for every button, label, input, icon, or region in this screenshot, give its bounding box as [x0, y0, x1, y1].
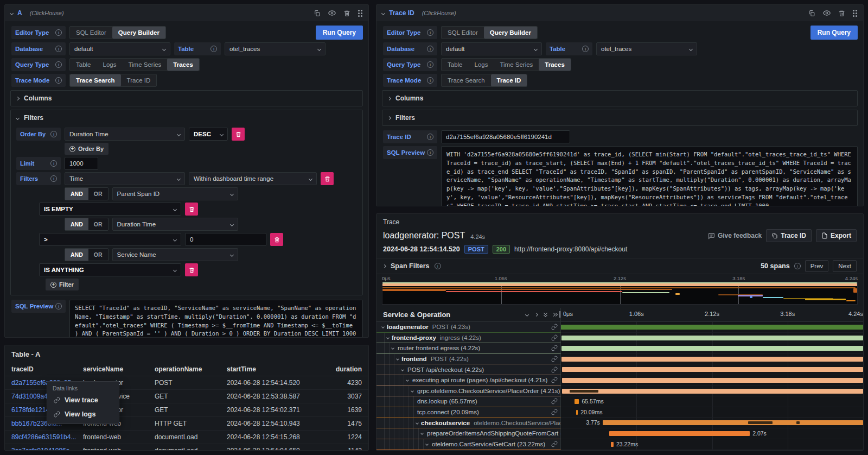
filter-field-select[interactable]: Parent Span ID: [112, 187, 238, 200]
filter-time-field-select[interactable]: Time: [65, 172, 185, 185]
database-select[interactable]: default: [441, 42, 542, 55]
query-type-time-series[interactable]: Time Series: [122, 59, 167, 71]
column-header[interactable]: operationName: [155, 365, 227, 373]
span-bar[interactable]: [562, 367, 863, 372]
trace-minimap[interactable]: 0μs1.06s2.12s3.18s4.24s: [382, 275, 858, 305]
span-row[interactable]: tcp.connect (20.09ms)20.09ms: [376, 407, 863, 418]
drag-handle-icon[interactable]: [358, 10, 363, 17]
collapse-one-icon[interactable]: [525, 313, 529, 317]
span-link-icon[interactable]: [551, 398, 558, 405]
view-logs-link[interactable]: View logs: [47, 407, 119, 421]
span-link-icon[interactable]: [551, 324, 558, 330]
span-bar[interactable]: [561, 346, 863, 351]
query-type-time-series[interactable]: Time Series: [494, 59, 539, 71]
chevron-down-icon[interactable]: [416, 421, 419, 425]
column-header[interactable]: traceID: [11, 365, 83, 373]
trace-id-link[interactable]: 89cf4286e631591b4...: [11, 433, 83, 441]
chevron-right-icon[interactable]: [382, 264, 386, 268]
span-row[interactable]: router frontend egress (4.22s): [376, 343, 863, 354]
add-filter-button[interactable]: Filter: [46, 279, 79, 290]
query-header-trace-id[interactable]: Trace ID (ClickHouse): [376, 5, 863, 21]
chevron-down-icon[interactable]: [420, 432, 424, 435]
and-option[interactable]: AND: [65, 249, 88, 261]
sql-editor-option[interactable]: SQL Editor: [442, 27, 484, 39]
span-row[interactable]: [376, 450, 863, 450]
span-bar[interactable]: [561, 336, 863, 340]
column-header[interactable]: serviceName: [83, 365, 155, 373]
remove-order-by-button[interactable]: [232, 128, 245, 141]
chevron-down-icon[interactable]: [381, 325, 385, 328]
link-icon[interactable]: [551, 441, 558, 447]
and-option[interactable]: AND: [65, 188, 88, 200]
database-select[interactable]: default: [69, 42, 170, 55]
sql-editor-option[interactable]: SQL Editor: [70, 27, 112, 39]
minimap-canvas[interactable]: [382, 282, 858, 305]
span-row[interactable]: loadgeneratorPOST (4.23s): [376, 322, 863, 333]
span-row[interactable]: frontend-proxyingress (4.22s): [376, 333, 863, 344]
chevron-down-icon[interactable]: [406, 378, 409, 382]
add-order-by-button[interactable]: Order By: [65, 143, 108, 155]
query-type-logs[interactable]: Logs: [469, 59, 494, 71]
filters-section-header[interactable]: Filters: [382, 110, 857, 125]
filter-operator-select[interactable]: IS ANYTHING: [39, 263, 181, 276]
order-by-direction-select[interactable]: DESC: [189, 128, 228, 141]
span-bar[interactable]: [576, 410, 578, 415]
query-type-logs[interactable]: Logs: [97, 59, 123, 71]
table-select[interactable]: otel_traces: [225, 42, 326, 55]
span-link-icon[interactable]: [551, 377, 558, 383]
remove-filter-button[interactable]: [270, 233, 283, 246]
trace-search-option[interactable]: Trace Search: [442, 74, 491, 86]
trace-id-input[interactable]: [441, 130, 570, 143]
limit-input[interactable]: [65, 157, 98, 170]
columns-section-header[interactable]: Columns: [11, 91, 362, 106]
span-bar[interactable]: [562, 378, 863, 383]
trace-id-link[interactable]: 3ce7ccfc01941096c...: [11, 447, 83, 451]
link-icon[interactable]: [551, 377, 558, 383]
remove-filter-button[interactable]: [185, 203, 198, 216]
trace-id-copy-button[interactable]: Trace ID: [766, 229, 812, 242]
link-icon[interactable]: [551, 334, 558, 341]
expand-one-icon[interactable]: [534, 313, 538, 317]
span-bar[interactable]: [575, 399, 579, 404]
filters-section-header[interactable]: Filters: [11, 110, 362, 125]
or-option[interactable]: OR: [88, 249, 108, 261]
query-type-table[interactable]: Table: [70, 59, 97, 71]
chevron-down-icon[interactable]: [391, 347, 394, 350]
span-link-icon[interactable]: [551, 334, 558, 341]
order-by-field-select[interactable]: Duration Time: [65, 128, 185, 141]
or-option[interactable]: OR: [88, 218, 108, 230]
span-row[interactable]: prepareOrderItemsAndShippingQuoteFromCar…: [376, 428, 863, 439]
collapse-all-icon[interactable]: [544, 313, 547, 317]
chevron-down-icon[interactable]: [425, 443, 429, 446]
span-link-icon[interactable]: [551, 409, 558, 415]
chevron-down-icon[interactable]: [10, 11, 14, 15]
run-query-button[interactable]: Run Query: [316, 26, 363, 40]
expand-all-icon[interactable]: [553, 313, 557, 316]
span-bar[interactable]: [611, 442, 613, 447]
trace-search-option[interactable]: Trace Search: [70, 74, 121, 86]
span-row[interactable]: oteldemo.CartService/GetCart (23.22ms)23…: [376, 439, 863, 450]
trace-id-option[interactable]: Trace ID: [121, 74, 157, 86]
prev-button[interactable]: Prev: [805, 260, 829, 272]
link-icon[interactable]: [551, 366, 558, 373]
chevron-down-icon[interactable]: [396, 357, 399, 361]
filter-value-input[interactable]: [185, 233, 266, 246]
span-row[interactable]: checkoutserviceoteldemo.CheckoutService/…: [376, 418, 863, 428]
span-bar[interactable]: [561, 357, 863, 362]
table-select[interactable]: otel_traces: [596, 42, 697, 55]
trace-id-option[interactable]: Trace ID: [491, 74, 527, 86]
span-link-icon[interactable]: [551, 345, 558, 351]
filter-operator-select[interactable]: >: [39, 233, 181, 246]
filter-field-select[interactable]: Duration Time: [112, 218, 238, 231]
link-icon[interactable]: [551, 356, 558, 362]
chevron-down-icon[interactable]: [401, 368, 404, 371]
span-row[interactable]: POST /api/checkout (4.22s): [376, 364, 863, 375]
span-row[interactable]: dns.lookup (65.57ms)65.57ms: [376, 396, 863, 407]
filter-operator-select[interactable]: IS EMPTY: [39, 203, 181, 216]
span-row[interactable]: frontendPOST (4.22s): [376, 354, 863, 365]
trash-icon[interactable]: [343, 10, 350, 17]
eye-icon[interactable]: [328, 9, 336, 17]
span-row[interactable]: executing api route (pages) /api/checkou…: [376, 375, 863, 386]
query-type-table[interactable]: Table: [442, 59, 469, 71]
and-option[interactable]: AND: [65, 218, 88, 230]
